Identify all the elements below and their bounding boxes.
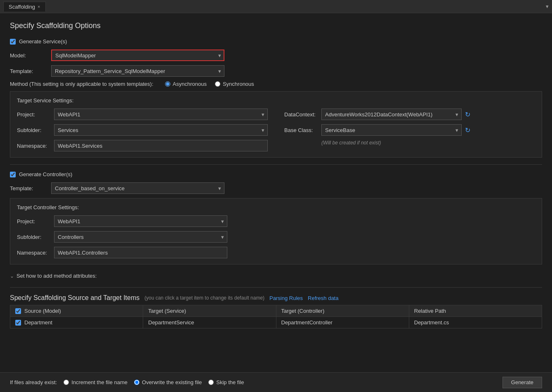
target-service-settings: Target Service Settings: Project: WebAPI…	[10, 91, 542, 158]
service-project-label: Project:	[17, 111, 54, 118]
title-bar: Scaffolding × ▾	[0, 0, 552, 13]
settings-left: Project: WebAPI1 Subfolder: Services	[17, 109, 268, 151]
sync-radio[interactable]	[215, 81, 220, 87]
generate-services-header: Generate Service(s)	[10, 38, 542, 45]
generate-controllers-checkbox[interactable]	[10, 172, 16, 177]
model-select-wrapper: SqlModelMapper	[51, 50, 224, 61]
controller-template-label: Template:	[10, 185, 51, 191]
controller-namespace-row: Namespace:	[17, 247, 535, 258]
template-select[interactable]: Repository_Pattern_Service_SqlModelMappe…	[51, 65, 224, 77]
increment-label: Increment the file name	[71, 379, 127, 385]
controller-namespace-input[interactable]	[54, 247, 227, 258]
increment-radio-item[interactable]: Increment the file name	[64, 379, 127, 385]
baseclass-label: Base Class:	[284, 127, 321, 133]
controller-subfolder-select[interactable]: Controllers	[54, 231, 227, 243]
close-icon[interactable]: ×	[38, 4, 40, 9]
service-namespace-input[interactable]	[54, 140, 268, 151]
footer-label: If files already exist:	[10, 379, 57, 385]
baseclass-select[interactable]: ServiceBase	[321, 124, 462, 136]
service-project-select-wrapper: WebAPI1	[54, 109, 268, 120]
generate-services-label: Generate Service(s)	[19, 38, 67, 45]
target-service-settings-title: Target Service Settings:	[17, 97, 535, 104]
datacontext-refresh-icon[interactable]: ↻	[465, 111, 470, 118]
controller-template-select[interactable]: Controller_based_on_service	[51, 182, 224, 194]
controller-template-select-wrapper: Controller_based_on_service	[51, 182, 224, 194]
row-target-service: DepartmentService	[143, 317, 276, 328]
baseclass-refresh-icon[interactable]: ↻	[465, 126, 470, 134]
generate-controllers-section: Generate Controller(s) Template: Control…	[10, 171, 542, 281]
skip-radio[interactable]	[208, 380, 214, 385]
service-subfolder-select[interactable]: Services	[54, 124, 268, 136]
overwrite-label: Overwrite the existing file	[142, 379, 202, 385]
increment-radio[interactable]	[64, 380, 69, 385]
divider-1	[10, 164, 542, 165]
service-namespace-row: Namespace:	[17, 140, 268, 151]
row-target-controller: DepartmentController	[276, 317, 409, 328]
method-radio-group: Method (This setting is only applicable …	[10, 81, 542, 87]
title-tab[interactable]: Scaffolding ×	[3, 2, 46, 12]
datacontext-row: DataContext: AdventureWorks2012DataConte…	[284, 109, 535, 120]
collapsible-label: Set how to add method attributes:	[17, 273, 97, 279]
table-header-row: Source (Model) Target (Service) Target (…	[10, 305, 542, 317]
controller-template-row: Template: Controller_based_on_service	[10, 182, 542, 194]
sync-radio-item[interactable]: Synchronous	[215, 81, 254, 87]
controller-subfolder-label: Subfolder:	[17, 234, 54, 240]
async-label: Asynchronous	[173, 81, 207, 87]
service-subfolder-row: Subfolder: Services	[17, 124, 268, 136]
model-label: Model:	[10, 52, 51, 59]
controller-project-select[interactable]: WebAPI1	[54, 215, 227, 227]
model-row: Model: SqlModelMapper	[10, 50, 542, 61]
main-content: Specify Scaffolding Options Generate Ser…	[0, 13, 552, 372]
service-project-select[interactable]: WebAPI1	[54, 109, 268, 120]
service-namespace-label: Namespace:	[17, 143, 54, 149]
template-label: Template:	[10, 68, 51, 74]
async-radio-item[interactable]: Asynchronous	[165, 81, 207, 87]
data-table: Source (Model) Target (Service) Target (…	[10, 305, 542, 328]
will-be-created-text: (Will be created if not exist)	[284, 140, 535, 146]
table-body: Department DepartmentService DepartmentC…	[10, 317, 542, 328]
generate-services-checkbox[interactable]	[10, 39, 16, 45]
datacontext-label: DataContext:	[284, 111, 321, 118]
model-select[interactable]: SqlModelMapper	[51, 50, 224, 61]
row-checkbox[interactable]	[15, 320, 21, 326]
controller-project-label: Project:	[17, 218, 54, 224]
template-row: Template: Repository_Pattern_Service_Sql…	[10, 65, 542, 77]
page-title: Specify Scaffolding Options	[10, 21, 542, 30]
settings-grid: Project: WebAPI1 Subfolder: Services	[17, 109, 535, 151]
datacontext-right-row: AdventureWorks2012DataContext(WebAPI1) ↻	[321, 109, 470, 120]
row-source: Department	[24, 319, 52, 326]
settings-right: DataContext: AdventureWorks2012DataConte…	[284, 109, 535, 151]
footer: If files already exist: Increment the fi…	[0, 372, 552, 392]
generate-services-section: Generate Service(s) Model: SqlModelMappe…	[10, 38, 542, 158]
title-tab-label: Scaffolding	[9, 4, 35, 10]
col-target-service-header: Target (Service)	[143, 305, 276, 317]
parsing-rules-link[interactable]: Parsing Rules	[269, 295, 303, 301]
select-all-checkbox[interactable]	[15, 308, 21, 314]
datacontext-select[interactable]: AdventureWorks2012DataContext(WebAPI1)	[321, 109, 462, 120]
refresh-data-link[interactable]: Refresh data	[308, 295, 338, 301]
overwrite-radio[interactable]	[134, 380, 139, 385]
async-radio[interactable]	[165, 81, 170, 87]
controller-project-row: Project: WebAPI1	[17, 215, 535, 227]
controller-project-select-wrapper: WebAPI1	[54, 215, 227, 227]
service-project-row: Project: WebAPI1	[17, 109, 268, 120]
controller-subfolder-select-wrapper: Controllers	[54, 231, 227, 243]
controller-subfolder-row: Subfolder: Controllers	[17, 231, 535, 243]
generate-controllers-label: Generate Controller(s)	[19, 171, 72, 177]
collapsible-row[interactable]: ⌄ Set how to add method attributes:	[10, 271, 542, 281]
baseclass-right-row: ServiceBase ↻	[321, 124, 470, 136]
skip-radio-item[interactable]: Skip the file	[208, 379, 244, 385]
source-section-title: Specify Scaffolding Source and Target It…	[10, 294, 542, 302]
col-target-controller-header: Target (Controller)	[276, 305, 409, 317]
baseclass-row: Base Class: ServiceBase ↻	[284, 124, 535, 136]
service-subfolder-select-wrapper: Services	[54, 124, 268, 136]
generate-button[interactable]: Generate	[502, 377, 542, 388]
overwrite-radio-item[interactable]: Overwrite the existing file	[134, 379, 202, 385]
footer-radio-group: Increment the file name Overwrite the ex…	[64, 379, 502, 385]
target-controller-settings-title: Target Controller Settings:	[17, 204, 535, 210]
source-links: Parsing Rules Refresh data	[269, 295, 338, 301]
chevron-icon: ⌄	[10, 273, 14, 279]
divider-2	[10, 287, 542, 288]
controller-settings-left: Project: WebAPI1 Subfolder: Controllers	[17, 215, 535, 258]
col-relative-path-header: Relative Path	[409, 305, 542, 317]
